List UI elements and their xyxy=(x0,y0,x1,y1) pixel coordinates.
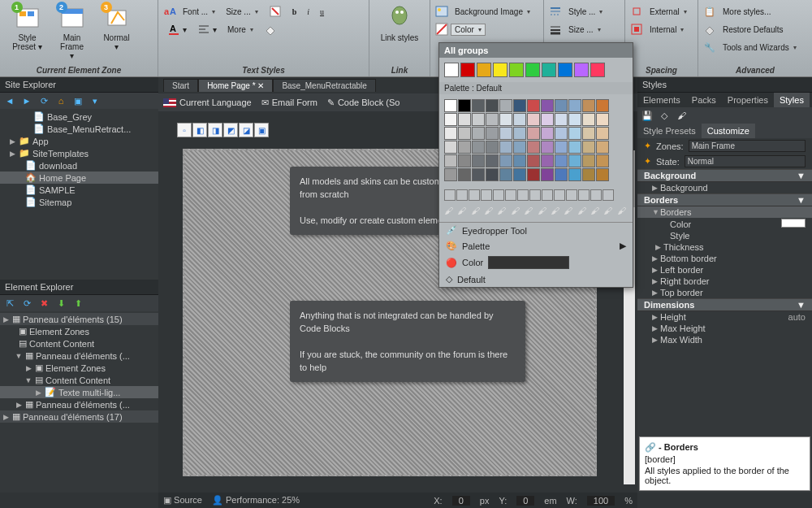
tree-node[interactable]: ▤Content Content xyxy=(0,337,158,350)
color-swatch[interactable] xyxy=(472,168,485,181)
color-swatch[interactable] xyxy=(582,113,595,126)
align-button[interactable]: ▾ xyxy=(193,21,221,37)
color-swatch[interactable] xyxy=(527,127,540,140)
color-swatch[interactable] xyxy=(527,99,540,112)
main-frame-button[interactable]: 2 Main Frame▾ xyxy=(50,2,94,62)
brush-slot[interactable]: 🖌 xyxy=(511,206,521,217)
tree-node[interactable]: 🏠Home Page xyxy=(0,172,158,184)
property-row[interactable]: ▶Max Height xyxy=(637,323,812,334)
tree-node[interactable]: ▣Element Zones xyxy=(0,325,158,337)
color-swatch[interactable] xyxy=(458,99,471,112)
color-swatch[interactable] xyxy=(477,63,491,77)
color-swatch[interactable] xyxy=(596,168,609,181)
property-row[interactable]: ▶Right border xyxy=(637,276,812,287)
brush-slot[interactable]: 🖌 xyxy=(577,206,588,217)
custom-color-slot[interactable] xyxy=(517,189,529,201)
custom-color-slot[interactable] xyxy=(469,189,480,201)
property-section-header[interactable]: Borders▼ xyxy=(637,193,812,206)
color-swatch[interactable] xyxy=(460,63,475,77)
tree-node[interactable]: 📄SAMPLE xyxy=(0,184,158,196)
property-row[interactable]: ▶Top border xyxy=(637,287,812,298)
state-select[interactable]: Normal xyxy=(685,155,806,167)
custom-color-slot[interactable] xyxy=(554,189,565,201)
brush-slot[interactable]: 🖌 xyxy=(471,206,482,217)
email-form-button[interactable]: ✉Email Form xyxy=(261,98,317,108)
tree-node[interactable]: ▼▦Panneau d'éléments (... xyxy=(0,350,158,362)
w-input[interactable]: 100 xyxy=(587,496,615,506)
color-swatch[interactable] xyxy=(558,63,572,77)
tree-node[interactable]: ▶📝Texte multi-lig... xyxy=(0,386,158,398)
color-swatch[interactable] xyxy=(568,127,581,140)
internal-spacing-dropdown[interactable]: Internal xyxy=(646,24,688,36)
color-swatch[interactable] xyxy=(486,141,499,154)
text-color-button[interactable]: A▾ xyxy=(163,21,191,37)
document-tab[interactable]: Start xyxy=(163,79,198,92)
color-swatch[interactable] xyxy=(568,113,581,126)
tree-node[interactable]: 📄Base_Grey xyxy=(0,111,158,123)
color-swatch[interactable] xyxy=(472,113,485,126)
styles-subtab[interactable]: Styles xyxy=(774,93,810,107)
tree-node[interactable]: 📄Base_MenuRetract... xyxy=(0,123,158,135)
new-icon[interactable]: ▾ xyxy=(89,94,102,107)
property-list[interactable]: Background▼▶BackgroundBorders▼▼BordersCo… xyxy=(637,169,812,435)
color-swatch[interactable] xyxy=(568,168,581,181)
italic-button[interactable]: i xyxy=(303,6,313,18)
border-size-dropdown[interactable]: Size ... xyxy=(564,24,605,36)
color-swatch[interactable] xyxy=(568,99,581,112)
color-swatch[interactable] xyxy=(527,113,540,126)
y-input[interactable]: 0 xyxy=(516,496,534,506)
color-swatch[interactable] xyxy=(555,141,568,154)
home-icon[interactable]: ⌂ xyxy=(54,94,67,107)
color-swatch[interactable] xyxy=(527,154,540,167)
up-icon[interactable]: ⬆ xyxy=(71,297,84,310)
color-swatch[interactable] xyxy=(472,141,485,154)
tree-node[interactable]: ▶▣Element Zones xyxy=(0,362,158,374)
default-menu-item[interactable]: ◇Default xyxy=(439,271,633,287)
color-swatch[interactable] xyxy=(596,127,609,140)
custom-color-slot[interactable] xyxy=(493,189,504,201)
brush-slot[interactable]: 🖌 xyxy=(590,206,601,217)
font-dropdown[interactable]: Font ... xyxy=(179,6,219,18)
color-swatch[interactable] xyxy=(444,154,457,167)
tree-node[interactable]: 📄download xyxy=(0,159,158,172)
color-swatch[interactable] xyxy=(596,141,609,154)
color-swatch[interactable] xyxy=(486,168,499,181)
external-spacing-dropdown[interactable]: External xyxy=(646,6,691,18)
color-swatch[interactable] xyxy=(499,168,512,181)
color-swatch[interactable] xyxy=(444,113,457,126)
color-swatch[interactable] xyxy=(525,63,540,77)
refresh-icon[interactable]: ⟳ xyxy=(37,94,50,107)
brush-slot[interactable]: 🖌 xyxy=(617,206,628,217)
color-swatch[interactable] xyxy=(444,168,457,181)
color-swatch[interactable] xyxy=(582,127,595,140)
color-swatch[interactable] xyxy=(472,127,485,140)
color-swatch[interactable] xyxy=(458,141,471,154)
property-row[interactable]: ▼Borders xyxy=(637,206,812,218)
color-swatch[interactable] xyxy=(444,141,457,154)
color-swatch[interactable] xyxy=(555,113,568,126)
color-swatch[interactable] xyxy=(555,99,568,112)
restore-defaults-button[interactable]: Restore Defaults xyxy=(719,24,787,36)
refresh2-icon[interactable]: ⟳ xyxy=(20,297,33,310)
property-row[interactable]: ▶Heightauto xyxy=(637,311,812,323)
collapse-icon[interactable]: ⇱ xyxy=(3,297,16,310)
color-swatch[interactable] xyxy=(596,113,609,126)
color-swatch[interactable] xyxy=(513,168,526,181)
custom-color-slot[interactable] xyxy=(542,189,553,201)
element-handles[interactable]: ▫◧◨◩◪▣ xyxy=(177,123,269,137)
color-swatch[interactable] xyxy=(472,99,485,112)
tree-node[interactable]: ▶📁SiteTemplates xyxy=(0,147,158,159)
color-dropdown[interactable]: Color xyxy=(451,24,486,36)
color-swatch[interactable] xyxy=(472,154,485,167)
color-swatch[interactable] xyxy=(568,141,581,154)
color-swatch[interactable] xyxy=(574,63,589,77)
color-swatch[interactable] xyxy=(444,127,457,140)
tools-wizards-dropdown[interactable]: Tools and Wizards xyxy=(719,41,801,54)
brush-slot[interactable]: 🖌 xyxy=(457,206,468,217)
tree-node[interactable]: ▶▦Panneau d'éléments (17) xyxy=(0,410,158,423)
clear-format-button[interactable] xyxy=(265,3,286,20)
color-swatch[interactable] xyxy=(513,113,526,126)
brush-slot[interactable]: 🖌 xyxy=(551,206,561,217)
custom-color-slot[interactable] xyxy=(578,189,590,201)
color-swatch[interactable] xyxy=(458,113,471,126)
